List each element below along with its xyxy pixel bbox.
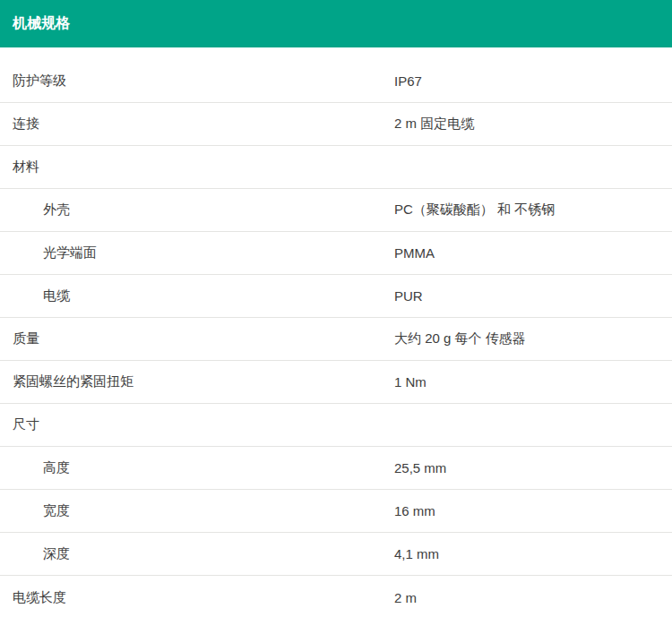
table-row: 宽度16 mm [0, 490, 672, 533]
row-label: 材料 [0, 158, 394, 176]
row-value: IP67 [394, 73, 672, 89]
spec-table: 防护等级IP67连接2 m 固定电缆材料外壳PC（聚碳酸酯） 和 不锈钢光学端面… [0, 47, 672, 619]
table-row: 深度4,1 mm [0, 533, 672, 576]
row-label: 紧固螺丝的紧固扭矩 [0, 373, 394, 390]
spec-page: 机械规格 防护等级IP67连接2 m 固定电缆材料外壳PC（聚碳酸酯） 和 不锈… [0, 0, 672, 634]
row-value: 2 m 固定电缆 [394, 116, 672, 133]
table-row: 电缆长度2 m [0, 576, 672, 619]
row-label: 高度 [0, 459, 394, 476]
table-row: 连接2 m 固定电缆 [0, 103, 672, 146]
row-label: 外壳 [0, 201, 394, 218]
table-row: 外壳PC（聚碳酸酯） 和 不锈钢 [0, 189, 672, 232]
section-title: 机械规格 [13, 14, 71, 33]
row-value: 4,1 mm [394, 546, 672, 561]
table-row: 高度25,5 mm [0, 447, 672, 490]
row-value: 2 m [394, 590, 672, 605]
table-row: 质量大约 20 g 每个 传感器 [0, 318, 672, 361]
row-label: 质量 [0, 330, 394, 347]
row-label: 电缆长度 [0, 589, 394, 606]
table-row: 电缆PUR [0, 275, 672, 318]
row-value: 1 Nm [394, 374, 672, 390]
row-label: 尺寸 [0, 416, 394, 433]
row-label: 电缆 [0, 287, 394, 304]
table-row: 紧固螺丝的紧固扭矩1 Nm [0, 361, 672, 404]
row-label: 宽度 [0, 502, 394, 519]
row-value: 16 mm [394, 503, 672, 518]
row-label: 防护等级 [0, 73, 394, 90]
table-row: 防护等级IP67 [0, 60, 672, 103]
section-header: 机械规格 [0, 0, 672, 47]
row-value: PUR [394, 288, 672, 304]
row-value: PC（聚碳酸酯） 和 不锈钢 [394, 201, 672, 218]
section-row: 材料 [0, 146, 672, 189]
row-label: 连接 [0, 116, 394, 133]
row-value: 大约 20 g 每个 传感器 [394, 330, 672, 347]
row-value: PMMA [394, 245, 672, 261]
table-row: 光学端面PMMA [0, 232, 672, 275]
section-row: 尺寸 [0, 404, 672, 447]
row-value: 25,5 mm [394, 460, 672, 476]
row-label: 光学端面 [0, 244, 394, 261]
row-label: 深度 [0, 545, 394, 562]
